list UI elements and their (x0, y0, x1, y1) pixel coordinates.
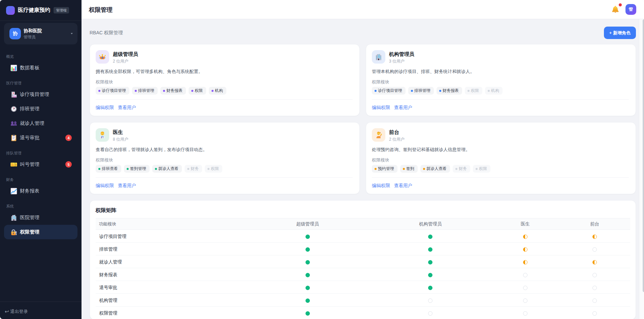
role-head-text: 超级管理员2 位用户 (113, 50, 138, 64)
nav-item-label: 权限管理 (20, 229, 39, 235)
matrix-row: 诊疗项目管理 (96, 230, 630, 243)
matrix-cell (491, 230, 559, 243)
matrix-cell (369, 268, 491, 281)
matrix-module-label: 就诊人管理 (96, 255, 246, 268)
permission-level-full-icon (305, 273, 310, 277)
scrollbar-track[interactable] (639, 19, 644, 319)
modules-label: 权限模块 (372, 79, 629, 85)
role-description: 查看自己的排班，管理就诊人签到，发布诊疗项目动态。 (96, 146, 353, 153)
matrix-module-label: 排班管理 (96, 243, 246, 255)
add-role-button[interactable]: + 新增角色 (604, 27, 636, 39)
matrix-cell (246, 307, 369, 319)
role-user-count: 8 位用户 (113, 137, 128, 142)
edit-permission-link[interactable]: 编辑权限 (372, 104, 390, 111)
permission-tag: 权限 (205, 165, 222, 173)
tag-label: 权限 (479, 166, 487, 172)
edit-permission-link[interactable]: 编辑权限 (96, 182, 114, 189)
permission-tags: 预约管理签到就诊人查看财务权限 (372, 165, 629, 173)
content-head: RBAC 权限管理 + 新增角色 (90, 27, 636, 39)
role-card: 医生8 位用户查看自己的排班，管理就诊人签到，发布诊疗项目动态。权限模块排班查看… (90, 122, 360, 194)
tag-dot (375, 168, 377, 170)
permission-level-none-icon (523, 273, 527, 277)
topbar: 权限管理 管 (82, 0, 644, 19)
role-head-text: 机构管理员3 位用户 (389, 50, 414, 64)
matrix-cell (246, 281, 369, 294)
sidebar-item-ticket[interactable]: 叫号管理5 (4, 157, 77, 172)
org-avatar: 协 (9, 28, 21, 39)
scrollbar-thumb[interactable] (643, 19, 644, 292)
view-users-link[interactable]: 查看用户 (394, 104, 412, 111)
user-avatar[interactable]: 管 (625, 4, 636, 15)
permission-tag: 机构 (209, 87, 226, 95)
org-info: 协和医院 管理员 (24, 28, 42, 40)
role-card-footer: 编辑权限查看用户 (372, 99, 629, 111)
permission-level-partial-icon (523, 247, 527, 252)
edit-permission-link[interactable]: 编辑权限 (372, 182, 390, 189)
tag-label: 诊疗项目管理 (378, 88, 402, 94)
nav-section-label: 医疗管理 (6, 81, 75, 86)
role-description: 拥有系统全部权限，可管理多机构、角色与系统配置。 (96, 68, 353, 75)
matrix-column-header: 机构管理员 (369, 218, 491, 230)
nav-section-label: 排队管理 (6, 151, 75, 156)
clipboard-icon (10, 134, 18, 142)
logout-button[interactable]: ↩ 退出登录 (0, 302, 82, 319)
tag-dot (191, 90, 193, 92)
sidebar-item-people[interactable]: 就诊人管理 (4, 116, 77, 131)
permission-tag: 诊疗项目管理 (96, 87, 129, 95)
tag-dot (98, 90, 100, 92)
tag-label: 预约管理 (378, 166, 394, 172)
sidebar-item-building[interactable]: 医院管理 (4, 210, 77, 225)
nav-section-label: 概览 (6, 54, 75, 59)
permission-level-none-icon (523, 286, 527, 290)
role-description: 管理本机构的诊疗项目、排班、财务统计和就诊人。 (372, 68, 629, 75)
permission-level-partial-icon (523, 235, 527, 239)
matrix-column-header: 前台 (559, 218, 630, 230)
role-card-footer: 编辑权限查看用户 (372, 177, 629, 189)
sidebar-item-chart-up[interactable]: 财务报表 (4, 184, 77, 198)
matrix-cell (559, 307, 630, 319)
role-user-count: 2 位用户 (389, 137, 405, 142)
permission-level-full-icon (305, 298, 310, 303)
permission-level-full-icon (428, 235, 432, 239)
permission-level-none-icon (523, 298, 527, 303)
modules-label: 权限模块 (372, 157, 629, 163)
sidebar-item-hospital[interactable]: 诊疗项目管理 (4, 87, 77, 102)
tag-dot (403, 168, 405, 170)
role-head-text: 前台2 位用户 (389, 128, 405, 142)
role-name: 超级管理员 (113, 51, 138, 58)
tag-dot (127, 168, 129, 170)
matrix-cell (369, 230, 491, 243)
sidebar-item-lock-key[interactable]: 权限管理 (4, 225, 77, 239)
tag-label: 排班管理 (138, 88, 154, 94)
tag-label: 签到管理 (130, 166, 146, 172)
sidebar-item-clock[interactable]: 排班管理 (4, 102, 77, 116)
matrix-cell (559, 281, 630, 294)
chevron-down-icon (71, 33, 73, 34)
notification-bell-icon[interactable] (612, 6, 619, 13)
view-users-link[interactable]: 查看用户 (394, 182, 412, 189)
permission-tag: 财务 (453, 165, 470, 173)
edit-permission-link[interactable]: 编辑权限 (96, 104, 114, 111)
tag-dot (135, 90, 137, 92)
matrix-cell (491, 268, 559, 281)
permission-tag: 就诊人查看 (152, 165, 182, 173)
permission-tag: 财务 (185, 165, 202, 173)
doctor-icon (96, 128, 109, 142)
sidebar-item-bar-chart[interactable]: 数据看板 (4, 61, 77, 75)
permission-level-full-icon (428, 260, 432, 264)
tag-dot (476, 168, 478, 170)
view-users-link[interactable]: 查看用户 (118, 104, 136, 111)
matrix-column-header: 超级管理员 (246, 218, 369, 230)
clock-icon-svg (10, 105, 18, 113)
matrix-cell (369, 243, 491, 255)
tag-label: 权限 (195, 88, 203, 94)
role-card: 前台2 位用户处理预约咨询、签到登记和基础就诊人信息管理。权限模块预约管理签到就… (366, 122, 636, 194)
org-selector[interactable]: 协 协和医院 管理员 (4, 23, 77, 44)
matrix-column-header: 医生 (491, 218, 559, 230)
permission-tag: 就诊人查看 (420, 165, 450, 173)
view-users-link[interactable]: 查看用户 (118, 182, 136, 189)
sidebar-item-clipboard[interactable]: 退号审批4 (4, 131, 77, 145)
logout-arrow-icon: ↩ (5, 309, 9, 315)
tag-label: 机构 (491, 88, 499, 94)
permission-level-none-icon (428, 311, 432, 316)
